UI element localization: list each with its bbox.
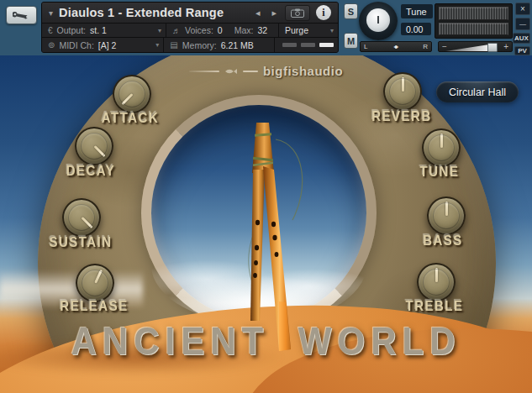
knob-pointer	[93, 145, 105, 157]
output-label: Output:	[57, 25, 86, 35]
memory-icon: ▤	[170, 40, 177, 50]
room-preset-button[interactable]: Circular Hall	[436, 81, 519, 102]
instrument-panel: bigfishaudio Circular Hall ATTACK DECAY …	[0, 55, 532, 393]
header-row-midi: ⊚ MIDI Ch: [A] 2 ▾ ▤ Memory: 6.21 MB	[42, 38, 338, 52]
voices-label: Voices:	[185, 25, 213, 35]
performance-view-button[interactable]: PV	[514, 46, 530, 55]
volume-plus-label: +	[500, 42, 512, 51]
tune-label: TUNE	[385, 163, 494, 179]
tune-label: Tune	[401, 4, 433, 18]
mute-button[interactable]: M	[344, 33, 358, 49]
voices-value: 0	[218, 25, 223, 35]
product-title: ANCIENT WORLD	[0, 318, 532, 364]
meter-right	[439, 23, 508, 36]
brand-logo: bigfishaudio	[0, 64, 532, 78]
knob-pointer	[435, 268, 438, 282]
output-value: st. 1	[90, 25, 107, 35]
tune-knob[interactable]	[422, 128, 461, 167]
instrument-header: ▾ Diaulos 1 - Extended Range ◂ ▸ i € Out…	[41, 2, 339, 53]
logo-line	[189, 71, 219, 72]
volume-handle[interactable]	[487, 43, 498, 52]
volume-slider[interactable]: − +	[438, 41, 513, 52]
kontakt-rack: ▾ Diaulos 1 - Extended Range ◂ ▸ i € Out…	[0, 0, 532, 393]
collapse-arrow-icon[interactable]: ▾	[49, 8, 53, 18]
midi-dropdown-icon[interactable]: ▾	[155, 41, 159, 49]
level-meters	[435, 3, 513, 39]
instrument-title-row: ▾ Diaulos 1 - Extended Range ◂ ▸ i	[42, 3, 338, 24]
voices-icon: ♬	[172, 26, 181, 35]
header-row-output: € Output: st. 1 ▾ ♬ Voices: 0 Max: 32 Pu…	[42, 24, 338, 38]
tune-value[interactable]: 0.00	[401, 23, 431, 35]
brand-name: bigfishaudio	[263, 64, 343, 78]
purge-led	[282, 43, 297, 47]
max-label: Max:	[234, 25, 254, 35]
solo-button[interactable]: S	[344, 3, 358, 19]
midi-label: MIDI Ch:	[59, 40, 93, 50]
purge-led	[301, 43, 315, 47]
knob-pointer	[121, 93, 133, 105]
attack-knob[interactable]	[113, 75, 151, 113]
reverb-knob[interactable]	[383, 72, 422, 111]
meter-left	[439, 7, 508, 20]
midi-value: [A] 2	[98, 40, 117, 50]
pan-left-label: L	[364, 43, 367, 50]
camera-icon	[291, 8, 304, 18]
bass-knob[interactable]	[427, 196, 466, 235]
reverb-label: REVERB	[347, 107, 456, 123]
pan-slider[interactable]: L ◂▸ R	[360, 41, 432, 52]
minimize-button[interactable]: —	[515, 18, 530, 30]
treble-knob[interactable]	[417, 263, 456, 301]
tune-knob-cap	[366, 8, 390, 32]
knob-pointer	[402, 77, 404, 92]
knob-pointer	[94, 270, 103, 284]
output-selector[interactable]: € Output: st. 1 ▾	[42, 24, 166, 37]
purge-indicators	[275, 38, 338, 52]
aux-button[interactable]: aux	[513, 33, 530, 44]
prev-instrument-icon[interactable]: ◂	[250, 8, 266, 18]
next-instrument-icon[interactable]: ▸	[266, 8, 282, 18]
decay-label: DECAY	[36, 162, 145, 178]
knob-pointer	[445, 202, 448, 216]
purge-menu[interactable]: Purge ▾	[279, 24, 338, 37]
purge-label: Purge	[285, 25, 308, 35]
tune-knob-pointer	[377, 16, 379, 24]
midi-channel-selector[interactable]: ⊚ MIDI Ch: [A] 2 ▾	[42, 38, 164, 52]
decay-knob[interactable]	[75, 127, 113, 165]
knob-pointer	[440, 134, 443, 148]
master-tune-knob[interactable]	[359, 2, 398, 40]
output-icon: €	[48, 26, 53, 35]
volume-wedge	[445, 45, 489, 51]
voices-display: ♬ Voices: 0 Max: 32	[166, 24, 279, 37]
info-button[interactable]: i	[316, 5, 331, 20]
sustain-knob[interactable]	[62, 198, 101, 237]
midi-icon: ⊚	[48, 40, 55, 50]
volume-minus-label: −	[439, 42, 450, 51]
attack-label: ATTACK	[76, 109, 185, 125]
instrument-title: Diaulos 1 - Extended Range	[59, 6, 250, 19]
pan-right-label: R	[423, 43, 428, 50]
snapshot-camera-button[interactable]	[285, 5, 310, 21]
pan-center-marker-icon: ◂▸	[393, 43, 397, 50]
knob-pointer	[81, 217, 92, 228]
release-knob[interactable]	[76, 264, 114, 302]
sustain-label: SUSTAIN	[26, 233, 135, 249]
purge-led-active	[319, 43, 334, 47]
purge-dropdown-icon[interactable]: ▾	[330, 27, 334, 34]
wrench-icon	[13, 10, 31, 20]
bass-label: BASS	[388, 232, 498, 248]
fish-icon	[224, 67, 238, 76]
release-label: RELEASE	[40, 297, 149, 313]
output-dropdown-icon[interactable]: ▾	[158, 27, 161, 34]
wrench-settings-button[interactable]	[6, 6, 37, 24]
memory-label: Memory:	[182, 40, 217, 50]
close-button[interactable]: ×	[515, 3, 530, 15]
room-preset-label: Circular Hall	[449, 86, 506, 98]
max-value[interactable]: 32	[257, 25, 267, 35]
memory-value: 6.21 MB	[221, 40, 254, 50]
memory-display: ▤ Memory: 6.21 MB	[164, 38, 275, 52]
logo-line	[243, 71, 258, 72]
